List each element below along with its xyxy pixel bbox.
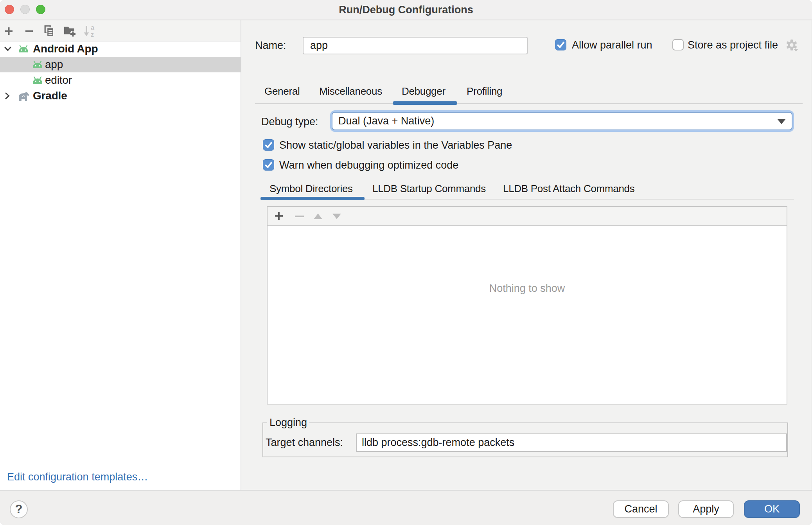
svg-text:a: a [91,25,94,31]
svg-text:z: z [91,31,94,38]
